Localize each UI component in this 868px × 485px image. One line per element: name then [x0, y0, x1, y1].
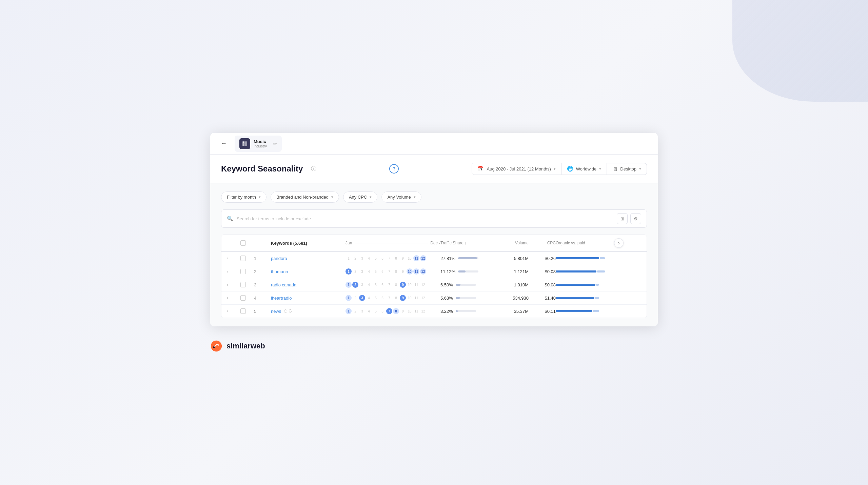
cpc-cell: $0.08	[529, 282, 556, 287]
device-dropdown-arrow	[639, 167, 641, 171]
traffic-share-value: 5.68%	[440, 296, 453, 301]
month-3: 3	[359, 282, 365, 288]
brand-tab[interactable]: Music Industry ✏	[235, 136, 282, 152]
traffic-bar	[456, 297, 476, 299]
device-label: Desktop	[620, 166, 636, 171]
excel-icon: ⊞	[620, 216, 624, 221]
month-6: 6	[379, 282, 386, 288]
cpc-header[interactable]: CPC	[529, 241, 556, 245]
month-3: 3	[359, 308, 365, 314]
filter-row: Filter by month Branded and Non-branded …	[221, 191, 647, 203]
export-excel-button[interactable]: ⊞	[617, 213, 628, 224]
location-control[interactable]: 🌐 Worldwide	[561, 163, 607, 175]
month-5: 5	[373, 255, 379, 261]
location-label: Worldwide	[576, 166, 596, 171]
months-cell: 123456789101112	[346, 268, 440, 275]
row-rank: 3	[254, 282, 271, 287]
search-placeholder[interactable]: Search for terms to include or exclude	[237, 216, 613, 221]
organic-paid-cell	[556, 310, 624, 312]
search-bar: 🔍 Search for terms to include or exclude…	[221, 209, 647, 228]
month-8: 8	[393, 308, 399, 314]
table-row: › 5 news ⬡ G 123456789101112 3.22% 35.37…	[221, 305, 647, 318]
keywords-header: Keywords (5,681)	[271, 241, 346, 246]
month-1: 1	[346, 295, 352, 301]
traffic-bar-fill	[458, 257, 477, 259]
date-range-control[interactable]: 📅 Aug 2020 - Jul 2021 (12 Months)	[472, 163, 561, 175]
settings-button[interactable]: ⚙	[630, 213, 641, 224]
traffic-share-value: 6.50%	[440, 282, 453, 287]
table-body: › 1 pandora 123456789101112 27.81% 5.801…	[221, 252, 647, 318]
row-rank: 1	[254, 256, 271, 261]
svg-point-3	[211, 341, 222, 351]
help-button[interactable]: ?	[389, 164, 399, 174]
row-checkbox[interactable]	[240, 256, 246, 261]
month-5: 5	[373, 295, 379, 301]
month-2: 2	[352, 308, 358, 314]
info-icon[interactable]: ⓘ	[311, 165, 316, 173]
device-control[interactable]: 🖥 Desktop	[607, 163, 647, 175]
volume-cell: 534,930	[495, 296, 529, 301]
organic-bar	[556, 270, 596, 272]
month-10: 10	[407, 268, 413, 275]
expand-row-button[interactable]: ›	[227, 296, 240, 300]
keyword-link[interactable]: news	[271, 309, 281, 314]
organic-paid-header[interactable]: Organic vs. paid ›	[556, 238, 624, 248]
row-checkbox[interactable]	[240, 282, 246, 287]
date-range-dropdown-arrow	[554, 167, 556, 171]
search-icon: 🔍	[227, 216, 233, 222]
traffic-share-value: 27.81%	[440, 256, 455, 261]
month-7: 7	[386, 268, 392, 275]
next-page-button[interactable]: ›	[614, 238, 624, 248]
select-all-checkbox[interactable]	[240, 240, 246, 246]
expand-row-button[interactable]: ›	[227, 269, 240, 274]
cpc-cell: $1.40	[529, 296, 556, 301]
filter-cpc-arrow	[370, 195, 372, 199]
table-row: › 3 radio canada 123456789101112 6.50% 1…	[221, 278, 647, 291]
traffic-share-header[interactable]: Traffic Share ↓	[440, 241, 495, 245]
month-2: 2	[352, 282, 358, 288]
organic-bar	[556, 284, 595, 286]
settings-icon: ⚙	[634, 216, 638, 221]
month-5: 5	[373, 308, 379, 314]
traffic-bar-fill	[458, 270, 466, 272]
filter-volume-button[interactable]: Any Volume	[381, 191, 421, 203]
volume-cell: 1.121M	[495, 269, 529, 274]
months-header: Jan Dec ‹	[346, 241, 440, 246]
keyword-link[interactable]: radio canada	[271, 282, 296, 287]
keyword-link[interactable]: iheartradio	[271, 296, 292, 301]
month-9: 9	[400, 282, 406, 288]
paid-bar	[597, 270, 605, 272]
keyword-action-icon[interactable]: ⬡	[284, 309, 287, 314]
month-10: 10	[407, 308, 413, 314]
month-9: 9	[400, 268, 406, 275]
organic-paid-cell	[556, 284, 624, 286]
months-cell: 123456789101112	[346, 255, 440, 261]
month-4: 4	[366, 255, 372, 261]
month-11: 11	[413, 295, 419, 301]
google-icon[interactable]: G	[289, 309, 292, 314]
volume-header[interactable]: Volume	[495, 241, 529, 245]
similarweb-logo-icon	[210, 340, 222, 352]
expand-row-button[interactable]: ›	[227, 282, 240, 287]
filter-branded-button[interactable]: Branded and Non-branded	[271, 191, 339, 203]
edit-icon[interactable]: ✏	[273, 141, 277, 146]
month-7: 7	[386, 295, 392, 301]
month-4: 4	[366, 268, 372, 275]
expand-row-button[interactable]: ›	[227, 309, 240, 314]
row-checkbox[interactable]	[240, 308, 246, 314]
month-3: 3	[359, 268, 365, 275]
data-table: Keywords (5,681) Jan Dec ‹ Traffic Share…	[221, 235, 647, 318]
back-button[interactable]: ←	[218, 138, 229, 149]
keyword-link[interactable]: pandora	[271, 256, 287, 261]
traffic-share-cell: 27.81%	[440, 256, 495, 261]
month-3: 3	[359, 255, 365, 261]
keyword-link[interactable]: thomann	[271, 269, 288, 274]
row-checkbox[interactable]	[240, 269, 246, 274]
traffic-bar	[456, 310, 476, 312]
organic-bar	[556, 310, 592, 312]
filter-by-month-button[interactable]: Filter by month	[221, 191, 267, 203]
filter-cpc-button[interactable]: Any CPC	[343, 191, 377, 203]
expand-row-button[interactable]: ›	[227, 256, 240, 261]
row-checkbox[interactable]	[240, 295, 246, 301]
header-select-all[interactable]	[240, 240, 254, 246]
